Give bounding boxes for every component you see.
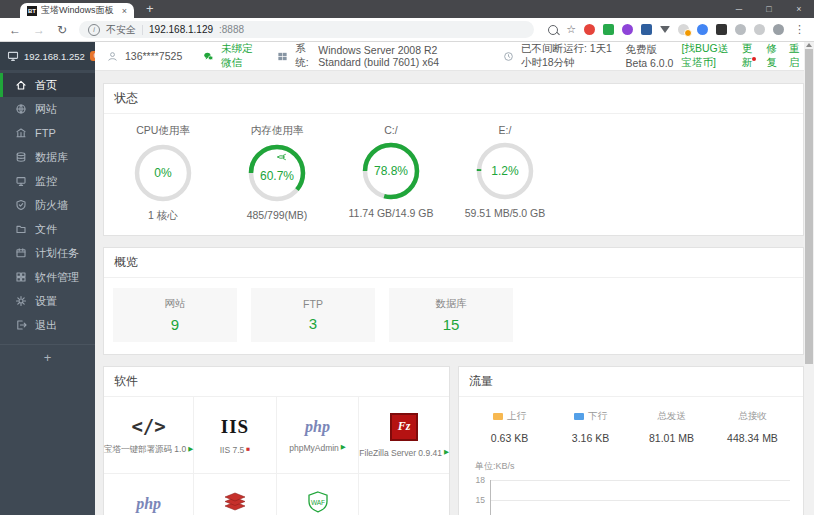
bug-reward-link[interactable]: [找BUG送宝塔币] [682, 42, 733, 70]
zoom-icon[interactable] [548, 25, 558, 35]
sidebar-item-monitor[interactable]: 监控 [0, 169, 95, 193]
overview-websites[interactable]: 网站 9 [113, 288, 237, 342]
traffic-total-received: 总接收 448.34 MB [712, 407, 793, 444]
extension-icon[interactable] [603, 24, 614, 35]
software-item-iis[interactable]: IIS IIS 7.5■ [194, 397, 277, 474]
gear-icon [15, 295, 27, 307]
gauge-sub: 11.74 GB/14.9 GB [334, 207, 448, 219]
php-icon: php [136, 495, 161, 513]
security-label: 不安全 [106, 23, 136, 37]
close-button[interactable]: × [784, 0, 814, 18]
page-scrollbar[interactable] [804, 42, 814, 515]
software-item-filezilla[interactable]: Fz FileZilla Server 0.9.41▶ [359, 397, 449, 474]
sidebar-item-firewall[interactable]: 防火墙 [0, 193, 95, 217]
overview-value: 3 [309, 315, 317, 332]
traffic-stats: 上行 0.63 KB 下行 3.16 KB 总发送 81.01 MB 总接收 4… [459, 397, 803, 448]
back-button[interactable]: ← [9, 24, 21, 36]
status-title: 状态 [104, 84, 803, 114]
sidebar-item-label: 网站 [35, 102, 57, 117]
database-icon [15, 151, 27, 163]
gauge-value: 60.7% [248, 144, 306, 202]
overview-value: 15 [443, 316, 460, 333]
restart-link[interactable]: 重启 [789, 42, 802, 70]
window-controls: ─ □ × [724, 0, 814, 18]
extension-icon[interactable] [584, 24, 595, 35]
software-item-waf[interactable]: WAF 宝塔IIS防火墙 1.0▶ [277, 474, 360, 515]
waf-shield-icon: WAF [305, 490, 331, 515]
reload-button[interactable]: ↻ [57, 24, 67, 36]
scrollbar-thumb[interactable] [805, 49, 813, 364]
traffic-card: 流量 上行 0.63 KB 下行 3.16 KB 总发送 81.01 MB 总接… [458, 366, 804, 515]
wechat-icon [203, 51, 214, 62]
address-bar[interactable]: i 不安全 192.168.1.129:8888 [79, 21, 534, 38]
software-item-phpmyadmin[interactable]: php phpMyAdmin▶ [277, 397, 360, 474]
sidebar-item-label: 首页 [35, 78, 57, 93]
forward-button[interactable]: → [33, 24, 45, 36]
server-ip: 192.168.1.252 [24, 51, 85, 62]
traffic-label: 上行 [507, 410, 526, 421]
sidebar-item-files[interactable]: 文件 [0, 217, 95, 241]
up-legend-swatch [493, 413, 503, 420]
tab-close-icon[interactable]: × [122, 6, 127, 16]
sidebar-item-label: 防火墙 [35, 198, 68, 213]
browser-menu-button[interactable]: ⋮ [794, 23, 805, 36]
running-icon: ▶ [341, 444, 346, 451]
browser-tab[interactable]: BT 宝塔Windows面板 × [20, 3, 134, 18]
sidebar-item-logout[interactable]: 退出 [0, 313, 95, 337]
sidebar-item-ftp[interactable]: FTP [0, 121, 95, 145]
gauge-value: 0% [134, 144, 192, 202]
gauge-value: 78.8% [362, 142, 420, 200]
sidebar-item-database[interactable]: 数据库 [0, 145, 95, 169]
omnibox-divider [142, 25, 143, 35]
logout-icon [15, 319, 27, 331]
sidebar-item-label: FTP [35, 127, 56, 139]
bookmark-star-icon[interactable]: ☆ [566, 24, 576, 35]
software-name: phpMyAdmin [289, 443, 339, 453]
extension-icon[interactable] [697, 24, 708, 35]
software-item-redis[interactable]: redis 1.0▶ [194, 474, 277, 515]
sidebar-item-cron[interactable]: 计划任务 [0, 241, 95, 265]
cpu-donut: 0% [134, 144, 192, 202]
new-tab-button[interactable]: + [146, 2, 154, 16]
sidebar-item-websites[interactable]: 网站 [0, 97, 95, 121]
sidebar-item-label: 数据库 [35, 150, 68, 165]
sidebar-add-button[interactable]: + [0, 344, 95, 369]
overview-ftp[interactable]: FTP 3 [251, 288, 375, 342]
update-link[interactable]: 更新 [742, 42, 758, 70]
maximize-button[interactable]: □ [754, 0, 784, 18]
extension-icon[interactable] [754, 24, 765, 35]
overview-card: 概览 网站 9 FTP 3 数据库 15 [103, 247, 804, 355]
sidebar-item-software[interactable]: 软件管理 [0, 265, 95, 289]
software-name: FileZilla Server 0.9.41 [359, 448, 442, 458]
extension-icon[interactable] [660, 26, 670, 33]
wechat-bind-link[interactable]: 未绑定微信 [221, 42, 256, 70]
site-info-icon[interactable]: i [88, 24, 100, 36]
software-item-php52[interactable]: php PHP-5.2▶ [104, 474, 194, 515]
overview-database[interactable]: 数据库 15 [389, 288, 513, 342]
software-item-bt-deploy[interactable]: </> 宝塔一键部署源码 1.0▶ [104, 397, 194, 474]
scroll-up-arrow[interactable] [806, 43, 812, 47]
profile-avatar[interactable] [773, 24, 784, 35]
extension-icon[interactable] [716, 24, 727, 35]
globe-icon [15, 103, 27, 115]
gauge-sub: 59.51 MB/5.0 GB [448, 207, 562, 219]
monitor-icon [7, 50, 19, 62]
folder-icon [15, 223, 27, 235]
uptime-text: 已不间断运行: 1天1小时18分钟 [521, 42, 619, 70]
traffic-label: 总接收 [738, 410, 767, 421]
traffic-label: 下行 [588, 410, 607, 421]
extension-icon[interactable] [622, 24, 633, 35]
minimize-button[interactable]: ─ [724, 0, 754, 18]
sidebar-item-home[interactable]: 首页 [0, 73, 95, 97]
cpu-gauge: CPU使用率 0% 1 核心 [106, 124, 220, 223]
sidebar-item-settings[interactable]: 设置 [0, 289, 95, 313]
gauge-label: CPU使用率 [106, 124, 220, 138]
traffic-up: 上行 0.63 KB [469, 407, 550, 444]
repair-link[interactable]: 修复 [767, 42, 780, 70]
monitor-icon [15, 175, 27, 187]
extension-icon[interactable] [641, 24, 652, 35]
extension-icon[interactable] [735, 24, 746, 35]
update-link-label: 更新 [742, 42, 753, 68]
traffic-chart: 18 15 12 9 6 3 [469, 476, 803, 515]
sidebar-item-label: 文件 [35, 222, 57, 237]
